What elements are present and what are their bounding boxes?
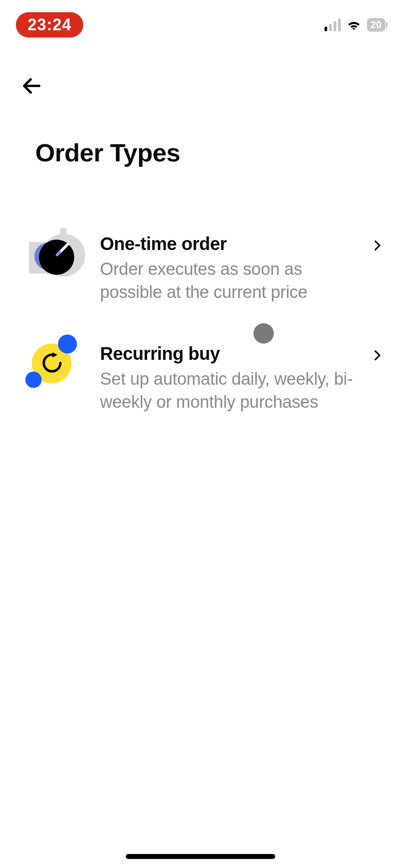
wifi-icon [346, 19, 362, 31]
option-description: Set up automatic daily, weekly, bi-weekl… [100, 368, 354, 414]
touch-indicator [253, 323, 274, 344]
cellular-signal-icon [325, 19, 341, 31]
arrow-left-icon [20, 75, 43, 97]
order-types-list: One-time order Order executes as soon as… [0, 222, 401, 441]
battery-level-label: 20 [371, 19, 382, 30]
option-title: Recurring buy [100, 344, 354, 364]
option-recurring-buy[interactable]: Recurring buy Set up automatic daily, we… [35, 331, 384, 441]
option-one-time-order[interactable]: One-time order Order executes as soon as… [35, 222, 384, 331]
status-time-pill: 23:24 [16, 12, 83, 38]
recurring-icon [35, 343, 83, 390]
chevron-right-icon [371, 349, 384, 363]
option-title: One-time order [100, 234, 354, 254]
home-indicator[interactable] [126, 854, 275, 859]
battery-icon: 20 [367, 18, 385, 32]
back-button[interactable] [20, 75, 43, 97]
status-bar: 23:24 20 [0, 0, 401, 38]
status-icons: 20 [325, 18, 385, 32]
chevron-right-icon [371, 239, 384, 254]
stopwatch-icon [35, 233, 83, 280]
page-title: Order Types [35, 138, 180, 167]
option-description: Order executes as soon as possible at th… [100, 258, 354, 304]
